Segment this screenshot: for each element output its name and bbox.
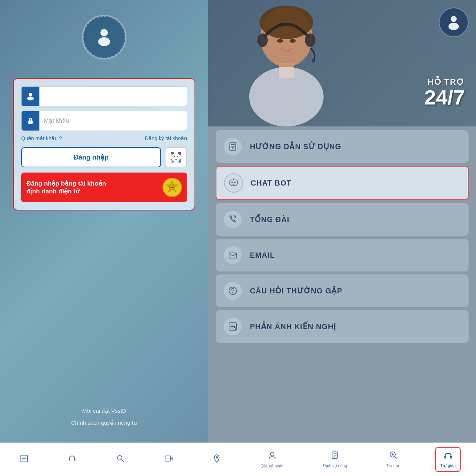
login-card: Quên mật khẩu ? Đăng ký tài khoản Đăng n… <box>13 78 195 210</box>
lock-icon <box>22 111 39 131</box>
menu-item-huong-dan[interactable]: HƯỚNG DẪN SỬ DỤNG <box>216 130 469 163</box>
svg-point-3 <box>27 97 34 100</box>
login-button[interactable]: Đăng nhập <box>21 147 161 167</box>
svg-rect-68 <box>450 456 452 459</box>
svg-rect-52 <box>74 459 75 461</box>
hero-area: HỖ TRỢ 24/7 <box>208 0 476 126</box>
menu-icon-phan-anh <box>223 317 242 336</box>
svg-point-33 <box>231 182 233 183</box>
svg-point-13 <box>174 156 175 157</box>
username-input[interactable] <box>39 88 187 105</box>
hero-person-svg <box>227 0 346 126</box>
privacy-link[interactable]: Chính sách quyền riêng tư <box>71 419 137 426</box>
menu-label-cau-hoi: CÂU HỎI THƯỜNG GẶP <box>250 286 342 295</box>
svg-point-31 <box>232 147 234 149</box>
nav-label-services: Dịch vụ công <box>323 463 347 468</box>
register-link[interactable]: Đăng ký tài khoản <box>145 135 187 141</box>
support-text-area: HỖ TRỢ 24/7 <box>424 77 465 108</box>
menu-list: HƯỚNG DẪN SỬ DỤNGCHAT BOTTỔNG ĐÀIEMAILCÂ… <box>208 126 476 476</box>
svg-rect-55 <box>165 456 171 461</box>
nav-icon-services <box>331 451 340 462</box>
vnid-login-button[interactable]: Đăng nhập bằng tài khoản định danh điện … <box>21 173 187 202</box>
lock-svg <box>26 117 35 125</box>
login-buttons-row: Đăng nhập <box>21 147 187 167</box>
menu-icon-email <box>223 245 242 265</box>
password-input[interactable] <box>39 112 187 129</box>
menu-label-huong-dan: HƯỚNG DẪN SỬ DỤNG <box>250 142 341 151</box>
nav-item-location[interactable] <box>208 451 226 468</box>
svg-point-20 <box>249 67 324 126</box>
svg-point-34 <box>234 182 236 183</box>
nav-label-lookup: Tra cứu <box>386 463 401 468</box>
logo-circle <box>82 15 126 60</box>
hero-logo-icon <box>444 13 463 32</box>
svg-point-27 <box>448 23 459 30</box>
svg-text:VssID: VssID <box>169 186 176 189</box>
logo-ring <box>83 16 125 58</box>
nav-icon-news <box>20 454 29 465</box>
menu-item-tong-dai[interactable]: TỔNG ĐÀI <box>216 203 469 236</box>
nav-item-support[interactable]: Trợ giúp <box>435 447 461 472</box>
menu-item-chat-bot[interactable]: CHAT BOT <box>216 166 469 200</box>
svg-rect-67 <box>444 456 446 459</box>
username-row <box>21 86 187 106</box>
menu-icon-chat-bot <box>224 173 243 193</box>
svg-point-21 <box>257 33 268 47</box>
nav-icon-support <box>444 451 453 462</box>
nav-icon-lookup <box>389 451 398 462</box>
menu-item-email[interactable]: EMAIL <box>216 239 469 271</box>
svg-rect-30 <box>231 146 235 147</box>
menu-label-phan-anh: PHẢN ÁNH KIẾN NGHỊ <box>250 322 336 331</box>
logo-area <box>82 15 126 60</box>
nav-item-headset[interactable] <box>63 451 81 468</box>
svg-point-25 <box>290 39 296 43</box>
hero-logo-top-right <box>439 7 469 37</box>
svg-rect-29 <box>231 144 235 145</box>
face-id-button[interactable] <box>165 147 187 167</box>
bottom-nav: QN. cá nhânDịch vụ côngTra cứuTrợ giúp <box>0 443 476 476</box>
svg-point-53 <box>118 456 122 460</box>
menu-label-email: EMAIL <box>250 251 275 260</box>
support-247: 24/7 <box>424 87 465 108</box>
nav-item-video[interactable] <box>160 451 178 468</box>
forgot-password-link[interactable]: Quên mật khẩu ? <box>21 135 62 141</box>
install-link[interactable]: Mời cài đặt VssID <box>71 408 137 414</box>
nav-item-search[interactable] <box>112 451 129 468</box>
svg-point-2 <box>29 93 32 97</box>
svg-rect-4 <box>28 120 33 124</box>
links-row: Quên mật khẩu ? Đăng ký tài khoản <box>21 135 187 141</box>
nav-label-personal: QN. cá nhân <box>261 464 284 468</box>
svg-point-22 <box>305 33 315 47</box>
nav-label-support: Trợ giúp <box>440 463 456 468</box>
user-icon <box>22 87 39 106</box>
nav-item-lookup[interactable]: Tra cứu <box>382 448 405 471</box>
bottom-links: Mời cài đặt VssID Chính sách quyền riêng… <box>71 408 137 431</box>
nav-item-services[interactable]: Dịch vụ công <box>318 448 351 471</box>
menu-icon-cau-hoi <box>223 281 242 300</box>
svg-line-54 <box>122 460 124 462</box>
nav-icon-location <box>212 454 221 465</box>
svg-point-58 <box>270 452 274 456</box>
nav-item-personal[interactable]: QN. cá nhân <box>256 448 288 471</box>
svg-point-39 <box>232 292 234 293</box>
vnid-button-text: Đăng nhập bằng tài khoản định danh điện … <box>26 180 106 195</box>
menu-icon-tong-dai <box>223 210 242 229</box>
right-panel: HỖ TRỢ 24/7 HƯỚNG DẪN SỬ DỤNGCHAT BOTTỔN… <box>208 0 476 476</box>
person-icon <box>26 92 35 100</box>
svg-point-24 <box>277 39 283 43</box>
vnid-badge: VssID <box>163 178 182 197</box>
password-row <box>21 111 187 131</box>
svg-point-23 <box>312 59 315 62</box>
svg-point-57 <box>216 456 218 459</box>
menu-item-cau-hoi[interactable]: CÂU HỎI THƯỜNG GẶP <box>216 274 469 307</box>
face-scan-icon <box>171 152 181 163</box>
menu-label-tong-dai: TỔNG ĐÀI <box>250 215 289 224</box>
nav-icon-personal <box>268 451 277 462</box>
svg-point-26 <box>451 16 457 22</box>
svg-point-35 <box>233 178 234 180</box>
menu-item-phan-anh[interactable]: PHẢN ÁNH KIẾN NGHỊ <box>216 310 469 343</box>
background-pattern <box>0 0 208 476</box>
svg-line-64 <box>395 457 397 459</box>
svg-rect-51 <box>69 459 70 461</box>
nav-item-news[interactable] <box>15 451 33 468</box>
